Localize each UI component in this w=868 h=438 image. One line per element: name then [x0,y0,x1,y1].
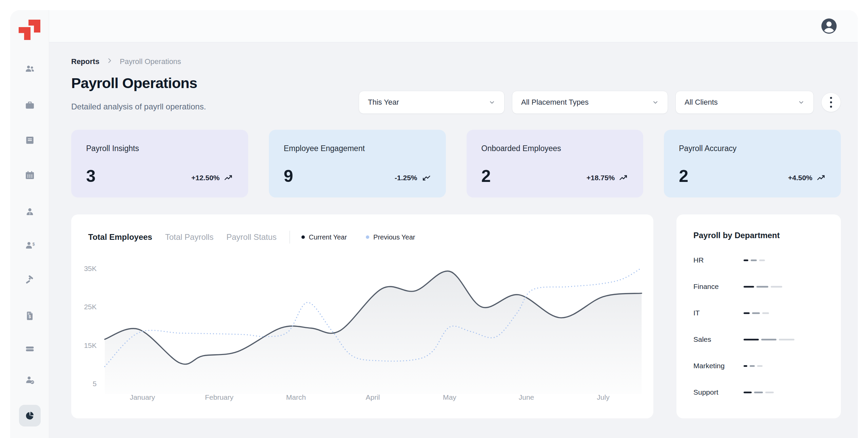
bottom-row: Total Employees Total Payrolls Payroll S… [71,214,841,418]
stat-card-employee-engagement: Employee Engagement 9 -1.25% [269,130,446,197]
logo-shape [19,27,31,40]
legend-label: Current Year [309,233,347,241]
sidebar-item-jobs[interactable] [19,94,41,116]
department-label: HR [693,256,744,264]
sidebar-item-schedule[interactable] [19,164,41,186]
dropdown-value: All Clients [685,98,718,107]
stat-card-payroll-insights: Payroll Insights 3 +12.50% [71,130,248,197]
more-options-button[interactable] [821,92,841,112]
payroll-by-department-panel: Payroll by Department HR Finance IT [676,214,841,418]
invoice-dollar-icon: $ [24,310,35,321]
sidebar-item-managers[interactable] [19,201,41,223]
account-circle-icon[interactable] [820,17,838,35]
sidebar-item-placements[interactable] [19,129,41,151]
chevron-right-icon [106,57,113,66]
department-rows: HR Finance IT Sales [693,255,824,397]
department-label: IT [693,309,744,317]
dropdown-value: This Year [368,98,399,107]
panel-title: Payroll by Department [693,231,824,240]
sidebar-item-payroll[interactable]: $ [19,235,41,256]
svg-text:March: March [286,393,306,401]
tab-payroll-status[interactable]: Payroll Status [226,232,277,242]
svg-text:July: July [597,393,610,401]
svg-text:$: $ [28,314,31,319]
department-mini-bars [744,392,774,393]
svg-text:$: $ [33,242,35,247]
sidebar-item-invoices[interactable]: $ [19,305,41,327]
tab-total-employees[interactable]: Total Employees [88,232,152,242]
svg-text:May: May [443,393,456,401]
svg-text:35K: 35K [84,265,97,272]
stat-cards-row: Payroll Insights 3 +12.50% Employee Enga… [71,130,841,197]
user-dollar-icon: $ [24,240,35,251]
stat-card-title: Payroll Accuracy [679,144,826,153]
stat-card-value: 2 [481,168,491,185]
trending-up-icon [816,173,826,183]
department-row-marketing: Marketing [693,361,824,371]
department-label: Sales [693,335,744,343]
department-row-finance: Finance [693,281,824,292]
legend-label: Previous Year [373,233,415,241]
department-mini-bars [744,259,765,261]
chevron-down-icon [652,99,659,106]
sidebar-item-candidates[interactable] [19,369,41,391]
page-content: Reports Payroll Operations Payroll Opera… [49,42,858,438]
app-shell: $ $ Reports [10,10,858,438]
filter-bar: This Year All Placement Types All Client… [359,91,841,114]
stat-card-delta: +4.50% [788,173,826,185]
tab-total-payrolls[interactable]: Total Payrolls [165,232,214,242]
briefcase-icon [24,100,35,110]
svg-text:25K: 25K [84,303,97,311]
gavel-icon [24,274,35,285]
svg-text:January: January [130,393,155,401]
legend-current-year: Current Year [301,233,347,241]
legend-dot [366,235,369,239]
legend-dot [301,235,305,239]
stat-card-delta: +12.50% [191,173,233,185]
sidebar-item-employees[interactable] [19,58,41,80]
credit-card-icon [24,343,35,354]
legend-previous-year: Previous Year [366,233,415,241]
delta-text: +4.50% [788,174,812,182]
user-status-icon [24,375,35,385]
stat-card-title: Employee Engagement [284,144,431,153]
delta-text: +18.75% [587,174,615,182]
stat-card-value: 2 [679,168,688,185]
svg-text:February: February [205,393,234,401]
sidebar: $ $ [10,10,49,438]
trending-down-icon [421,173,431,183]
sidebar-item-compliance[interactable] [19,269,41,290]
employees-chart-card: Total Employees Total Payrolls Payroll S… [71,214,653,418]
breadcrumb-reports-link[interactable]: Reports [71,57,99,66]
department-label: Finance [693,283,744,291]
chevron-down-icon [798,99,805,106]
sidebar-item-payments[interactable] [19,338,41,360]
stat-card-title: Onboarded Employees [481,144,629,153]
svg-text:June: June [519,393,534,401]
stat-card-value: 9 [284,168,293,185]
kebab-menu-icon [830,97,832,99]
breadcrumb: Reports Payroll Operations [71,57,181,66]
placement-type-filter-dropdown[interactable]: All Placement Types [512,91,668,114]
breadcrumb-current: Payroll Operations [120,57,181,66]
chart-header: Total Employees Total Payrolls Payroll S… [88,231,434,244]
chevron-down-icon [489,99,495,106]
stat-card-delta: +18.75% [587,173,629,185]
department-mini-bars [744,339,794,340]
svg-text:April: April [366,393,380,401]
department-mini-bars [744,286,782,288]
page-title: Payroll Operations [71,75,197,91]
sidebar-item-reports[interactable] [19,405,41,426]
stat-card-value: 3 [86,168,96,185]
svg-text:15K: 15K [84,341,97,349]
year-filter-dropdown[interactable]: This Year [359,91,505,114]
department-label: Marketing [693,362,744,370]
users-group-icon [24,63,35,74]
brand-logo[interactable] [19,20,41,41]
employees-line-chart[interactable]: 35K25K15K5JanuaryFebruaryMarchAprilMayJu… [71,214,653,418]
page-subtitle: Detailed analysis of payrll operations. [71,102,206,111]
department-label: Support [693,388,744,396]
client-filter-dropdown[interactable]: All Clients [675,91,814,114]
stat-card-delta: -1.25% [395,173,431,185]
delta-text: +12.50% [191,174,220,182]
